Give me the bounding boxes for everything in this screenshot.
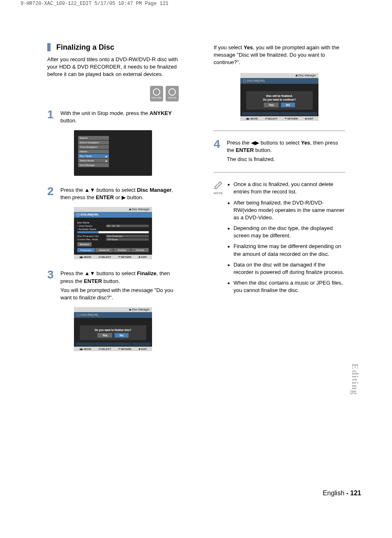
page-title: Finalizing a Disc <box>47 43 179 52</box>
finalize-button: Finalize <box>113 248 131 252</box>
no-button: No <box>281 103 295 107</box>
crop-header: 9-HR720-XAC_109-122_EDIT 5/17/05 10:47 P… <box>21 1 168 7</box>
screenshot-disc-manager: ◆ Disc Manager ◯ DVD-RW(VR) Disc Name ▫ … <box>74 207 152 259</box>
step-number-3: 3 <box>47 269 55 303</box>
page-number: English - 121 <box>323 490 361 497</box>
note-item: Once a disc is finalized, you cannot del… <box>228 181 345 195</box>
note-item: Depending on the disc type, the displaye… <box>228 225 345 239</box>
screenshot-anykey-menu: Search Scene Navigation Time Navigation … <box>74 130 152 176</box>
step-3-text: Press the ▲▼ buttons to select Finalize,… <box>60 269 179 303</box>
step-number-1: 1 <box>47 109 55 126</box>
format-button: Format <box>131 248 149 252</box>
yes-button: Yes <box>264 103 279 107</box>
step-number-4: 4 <box>214 138 222 165</box>
intro-text: After you record titles onto a DVD-RW/DV… <box>47 56 179 78</box>
menu-item: Search <box>78 136 109 140</box>
delete-all-button: Delete All <box>95 248 113 252</box>
screenshot-finalize-prompt: ◆ Disc Manager ◯ DVD-RW(VR) Do you want … <box>74 307 152 351</box>
icon-label: DVD-RW <box>152 97 162 99</box>
dvd-rw-icon: DVD-RW <box>150 86 163 101</box>
right-intro: If you select Yes, you will be prompted … <box>214 43 345 67</box>
menu-item: Rec. Mode▶ <box>78 154 109 158</box>
menu-item: Select Media▶ <box>78 159 109 163</box>
menu-item: Scene Navigation <box>78 140 109 145</box>
note-item: After being finalized, the DVD-R/DVD-RW(… <box>228 199 345 222</box>
menu-item: Disc Manager <box>78 163 109 167</box>
icon-label: DVD-R <box>168 97 176 99</box>
protection-button: Protection <box>77 248 95 252</box>
note-item: When the disc contains a music or JPEG f… <box>228 279 345 294</box>
note-icon: NOTE <box>214 181 223 195</box>
no-button: No <box>115 333 128 338</box>
menu-item: Marker <box>78 149 109 154</box>
yes-button: Yes <box>97 333 112 338</box>
step-2-text: Press the ▲▼ buttons to select Disc Mana… <box>60 186 179 203</box>
step-1-text: With the unit in Stop mode, press the AN… <box>60 109 179 126</box>
step-4-text: Press the ◀▶ buttons to select Yes, then… <box>227 138 345 165</box>
menu-item: Time Navigation <box>78 145 109 149</box>
dvd-r-icon: DVD-R <box>166 86 179 101</box>
section-tab: Editing <box>350 363 360 395</box>
step-number-2: 2 <box>47 186 55 203</box>
note-list: Once a disc is finalized, you cannot del… <box>228 181 345 297</box>
note-item: Finalizing time may be different dependi… <box>228 243 345 258</box>
screenshot-continue-prompt: ◆ Disc Manager ◯ DVD-RW(VR) Disc will be… <box>240 73 318 121</box>
note-item: Data on the disc will be damaged if the … <box>228 261 345 276</box>
